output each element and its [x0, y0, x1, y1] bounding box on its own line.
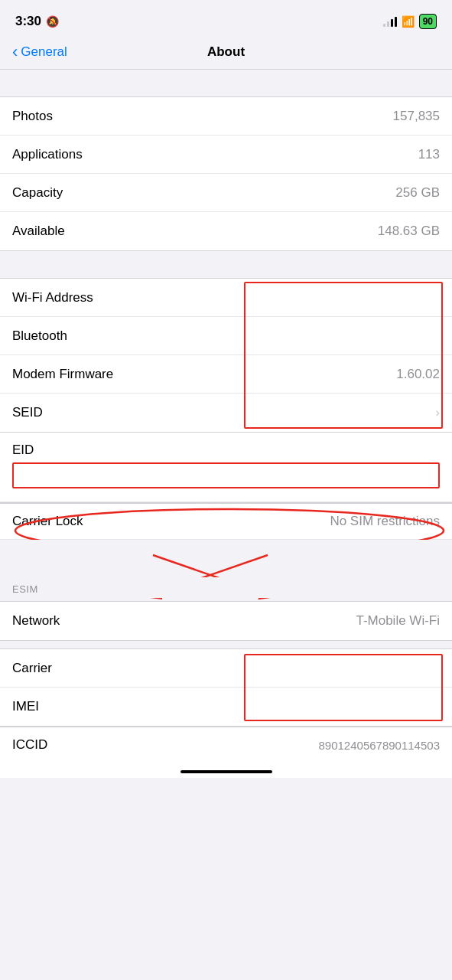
carrier-row: Carrier [0, 649, 452, 688]
wifi-row: Wi-Fi Address [0, 279, 452, 317]
network-label: Network [12, 613, 60, 629]
status-time: 3:30 🔕 [15, 14, 59, 29]
capacity-label: Capacity [12, 185, 63, 201]
device-info-group: Photos 157,835 Applications 113 Capacity… [0, 96, 452, 251]
wifi-label: Wi-Fi Address [12, 290, 93, 305]
seid-label: SEID [12, 405, 43, 420]
network-group: Wi-Fi Address Bluetooth Modem Firmware 1… [0, 278, 452, 433]
wifi-icon: 📶 [402, 15, 415, 28]
nav-header: ‹ General About [0, 38, 452, 70]
available-row: Available 148.63 GB [0, 212, 452, 250]
applications-row: Applications 113 [0, 136, 452, 174]
back-label: General [21, 44, 67, 60]
spacer-2 [0, 251, 452, 278]
page-title: About [207, 44, 245, 60]
applications-value: 113 [418, 147, 440, 162]
modem-label: Modem Firmware [12, 367, 113, 382]
carrier-lock-row: Carrier Lock No SIM restrictions [0, 504, 452, 540]
esim-section-header: ESIM [0, 577, 452, 598]
bluetooth-row: Bluetooth [0, 317, 452, 355]
imei-label: IMEI [12, 699, 39, 714]
available-value: 148.63 GB [378, 224, 440, 239]
iccid-value: 8901240567890114503 [318, 739, 440, 752]
esim-group: Network T-Mobile Wi-Fi [0, 601, 452, 641]
status-bar: 3:30 🔕 📶 90 [0, 0, 452, 38]
silent-icon: 🔕 [46, 15, 59, 28]
chevron-left-icon: ‹ [12, 44, 18, 60]
esim-label: ESIM [12, 583, 38, 595]
applications-label: Applications [12, 147, 83, 162]
modem-value: 1.60.02 [396, 367, 440, 382]
network-value: T-Mobile Wi-Fi [356, 613, 440, 629]
carrier-lock-value: No SIM restrictions [330, 514, 440, 529]
back-button[interactable]: ‹ General [12, 44, 67, 60]
eid-label: EID [12, 443, 440, 458]
signal-icon [383, 16, 397, 27]
capacity-row: Capacity 256 GB [0, 174, 452, 212]
capacity-value: 256 GB [395, 185, 440, 201]
iccid-label: ICCID [12, 737, 47, 753]
carrier-lock-section: Carrier Lock No SIM restrictions [0, 503, 452, 540]
home-bar [180, 770, 272, 773]
photos-value: 157,835 [393, 109, 440, 124]
photos-label: Photos [12, 109, 53, 124]
imei-row: IMEI [0, 688, 452, 726]
arrow-annotation: ESIM [0, 540, 452, 601]
photos-row: Photos 157,835 [0, 97, 452, 136]
available-label: Available [12, 224, 65, 239]
seid-row[interactable]: SEID › [0, 394, 452, 432]
eid-redbox [12, 462, 440, 488]
carrier-imei-group: Carrier IMEI [0, 648, 452, 727]
spacer-1 [0, 70, 452, 96]
carrier-lock-label: Carrier Lock [12, 514, 83, 529]
network-row: Network T-Mobile Wi-Fi [0, 602, 452, 640]
modem-row: Modem Firmware 1.60.02 [0, 355, 452, 394]
status-right: 📶 90 [383, 14, 437, 29]
eid-group: EID [0, 433, 452, 503]
carrier-label: Carrier [12, 661, 52, 676]
eid-row: EID [0, 433, 452, 502]
chevron-right-icon: › [435, 405, 440, 420]
bluetooth-label: Bluetooth [12, 328, 67, 344]
iccid-row: ICCID 8901240567890114503 [0, 727, 452, 763]
battery-indicator: 90 [419, 14, 437, 29]
home-indicator [0, 763, 452, 778]
spacer-3 [0, 641, 452, 648]
